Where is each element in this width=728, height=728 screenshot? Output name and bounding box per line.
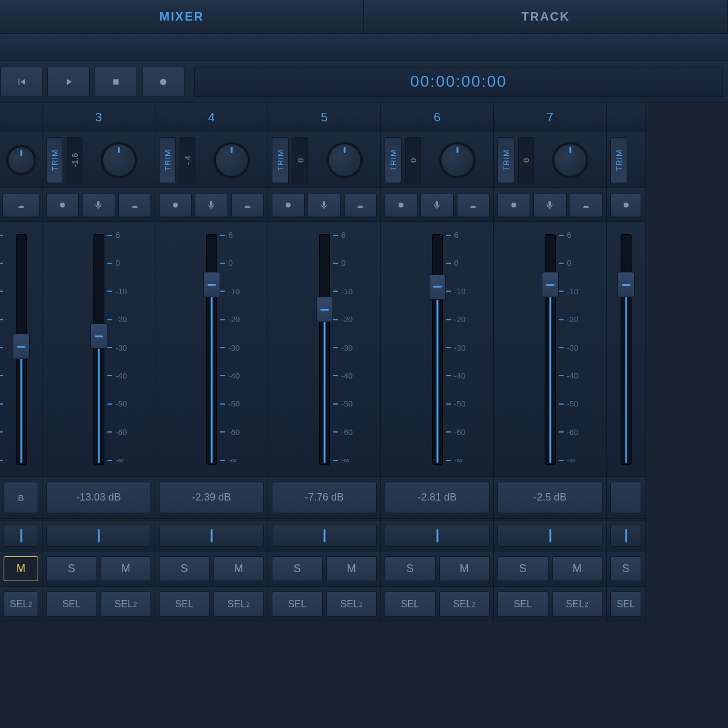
stop-button[interactable] [95,67,137,97]
trim-row: TRIM [607,132,645,188]
io-button[interactable] [82,193,115,217]
channel-number[interactable]: 3 [42,103,155,132]
fader-handle[interactable] [90,323,107,349]
io-button[interactable] [457,193,490,217]
mute-button[interactable]: M [439,556,490,581]
select-button[interactable]: SEL [272,592,323,617]
solo-button[interactable]: S [46,556,97,581]
select2-button[interactable]: SEL2 [552,592,603,617]
fader-track[interactable] [432,234,443,465]
io-button[interactable] [231,193,264,217]
trim-button[interactable]: TRIM [159,137,176,183]
channel-number[interactable]: 4 [155,103,268,132]
pan-slider[interactable] [159,525,264,547]
io-button[interactable] [570,193,602,217]
io-button[interactable] [610,193,641,217]
tab-track[interactable]: TRACK [364,0,728,33]
select2-button[interactable]: SEL2 [101,592,152,617]
mute-button[interactable]: M [214,556,265,581]
pan-slider[interactable] [4,525,38,547]
trim-button[interactable]: TRIM [610,137,627,183]
db-readout[interactable]: -7.76 dB [272,482,377,513]
fader-fill [436,283,438,463]
io-button[interactable] [118,193,151,217]
mute-button[interactable]: M [326,556,377,581]
select2-button[interactable]: SEL2 [439,592,490,617]
scale-tick: -20 [567,315,579,324]
rewind-button[interactable] [0,67,42,97]
select2-button[interactable]: SEL2 [214,592,265,617]
fader-handle[interactable] [13,334,30,359]
select2-button[interactable]: SEL2 [326,592,377,617]
io-button[interactable] [344,193,377,217]
trim-knob[interactable] [552,142,588,178]
trim-button[interactable]: TRIM [272,137,289,183]
fader-handle[interactable] [429,274,446,300]
io-button[interactable] [497,193,530,217]
trim-knob[interactable] [326,142,363,178]
solo-button[interactable]: S [159,556,210,581]
io-button[interactable] [272,193,305,217]
channel-number[interactable] [607,103,645,132]
channel-number[interactable] [0,103,42,132]
io-button[interactable] [159,193,192,217]
mute-button[interactable]: M [552,556,603,581]
mute-button[interactable]: M [4,556,38,581]
trim-button[interactable]: TRIM [497,137,514,183]
channel-number[interactable]: 5 [268,103,380,132]
play-button[interactable] [47,67,90,97]
pan-slider[interactable] [610,525,641,547]
io-button[interactable] [2,193,39,217]
fader-track[interactable] [16,234,27,465]
io-button[interactable] [385,193,417,217]
io-button[interactable] [533,193,566,217]
channel-number[interactable]: 7 [494,103,606,132]
trim-button[interactable]: TRIM [46,137,63,183]
fader-track[interactable] [319,234,330,465]
io-button[interactable] [46,193,79,217]
fader-track[interactable] [206,234,217,465]
pan-slider[interactable] [46,525,151,547]
select-button[interactable]: SEL [159,592,210,617]
fader-handle[interactable] [618,272,635,297]
pan-slider[interactable] [497,525,602,547]
trim-knob[interactable] [214,142,250,178]
trim-knob[interactable] [6,145,36,175]
trim-knob[interactable] [101,142,137,178]
solo-button[interactable]: S [272,556,323,581]
knob-indicator [118,147,120,153]
record-button[interactable] [142,67,184,97]
fader-handle[interactable] [316,297,333,322]
fader-handle[interactable] [203,272,220,297]
solo-button[interactable]: S [610,556,641,581]
select-button[interactable]: SEL [385,592,436,617]
select2-button[interactable]: SEL2 [4,592,38,617]
pan-slider[interactable] [272,525,377,547]
io-button[interactable] [420,193,453,217]
fader-track[interactable] [621,234,632,465]
solo-button[interactable]: S [385,556,436,581]
tab-mixer[interactable]: MIXER [0,0,364,33]
db-readout[interactable]: -2.39 dB [159,482,264,513]
trim-knob[interactable] [439,142,476,178]
io-button[interactable] [308,193,340,217]
db-readout[interactable]: -13.03 dB [46,482,151,513]
db-readout[interactable]: -2.81 dB [385,482,490,513]
pan-slider[interactable] [385,525,490,547]
fader-scale: 60-10-20-30-40-50-60-∞ [116,231,127,465]
mute-button[interactable]: M [101,556,152,581]
channel-number[interactable]: 6 [381,103,493,132]
trim-button[interactable]: TRIM [385,137,402,183]
solo-button[interactable]: S [497,556,548,581]
db-readout[interactable]: B [4,482,38,513]
io-button[interactable] [195,193,228,217]
db-readout[interactable] [610,482,641,513]
fader-track[interactable] [93,234,104,465]
select-button[interactable]: SEL [497,592,548,617]
db-readout[interactable]: -2.5 dB [497,482,602,513]
select-button[interactable]: SEL [46,592,97,617]
fader-track[interactable] [545,234,556,465]
timecode-display[interactable]: 00:00:00:00 [194,67,723,97]
select-button[interactable]: SEL [610,592,641,617]
fader-handle[interactable] [542,272,559,297]
